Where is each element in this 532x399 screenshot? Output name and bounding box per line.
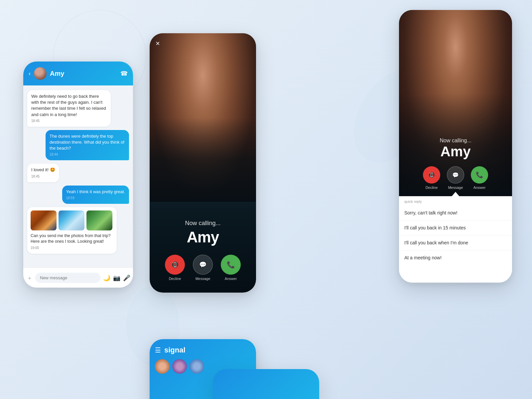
chat-body: We definitely need to go back there with… [23, 85, 133, 268]
quick-reply-item-3[interactable]: I'll call you back when I'm done [399, 235, 512, 250]
media-card: Can you send me the photos from that tri… [27, 207, 117, 254]
face-overlay [150, 118, 256, 202]
decline-button[interactable]: 📵 [165, 255, 185, 275]
qr-caller-name: Amy [399, 144, 512, 160]
signal-top-row: ☰ signal [155, 346, 251, 354]
message-time: 18:45 [31, 174, 55, 179]
message-bubble: The dunes were definitely the top destin… [46, 130, 129, 161]
message-row: We definitely need to go back there with… [27, 90, 129, 127]
phone-partial-bottom [213, 369, 319, 399]
phone-chat: ‹ Amy ☎ We definitely need to go back th… [23, 62, 133, 288]
qr-decline-label: Decline [426, 186, 438, 190]
message-time: 18:44 [50, 152, 125, 157]
message-text: I loved it! 🤩 [31, 167, 55, 172]
call-actions: 📵 Decline 💬 Message 📞 Answer [150, 255, 256, 281]
message-text: We definitely need to go back there with… [31, 94, 106, 117]
decline-label: Decline [169, 277, 181, 281]
qr-answer-label: Answer [473, 186, 486, 190]
decline-icon: 📵 [171, 261, 179, 269]
message-button[interactable]: 💬 [193, 255, 213, 275]
chat-input-bar: ＋ 🌙 📷 🎤 [23, 268, 133, 288]
message-icon: 💬 [199, 261, 206, 268]
caller-name: Amy [150, 228, 256, 246]
media-thumbnails [31, 210, 113, 230]
phone-quickreply: Now calling... Amy 📵 Decline 💬 Message 📞 [399, 10, 512, 283]
call-icon[interactable]: ☎ [120, 70, 128, 77]
quick-reply-item-1[interactable]: Sorry, can't talk right now! [399, 205, 512, 220]
call-background: × Now calling... Amy 📵 Decline 💬 Message [150, 33, 256, 293]
add-icon[interactable]: ＋ [27, 274, 33, 282]
message-button-wrap: 💬 Message [193, 255, 213, 281]
message-bubble: We definitely need to go back there with… [27, 90, 111, 127]
qr-answer-wrap: 📞 Answer [471, 166, 488, 190]
quick-reply-item-2[interactable]: I'll call you back in 15 minutes [399, 220, 512, 235]
thumbnail-2 [59, 210, 84, 230]
message-bubble: Yeah I think it was pretty great. 18:59 [62, 186, 129, 204]
qr-call-status: Now calling... [399, 138, 512, 144]
qr-message-wrap: 💬 Message [447, 166, 464, 190]
quick-reply-item-4[interactable]: At a meeting now! [399, 250, 512, 265]
qr-message-label: Message [448, 186, 463, 190]
signal-avatar-3 [190, 359, 204, 374]
quick-reply-label: Quick reply [399, 200, 512, 205]
caller-photo [150, 33, 256, 202]
close-button[interactable]: × [156, 39, 160, 48]
thumbnail-3 [86, 210, 112, 230]
message-row: The dunes were definitely the top destin… [27, 130, 129, 161]
qr-call-actions: 📵 Decline 💬 Message 📞 Answer [399, 166, 512, 190]
qr-decline-icon: 📵 [428, 171, 435, 179]
chat-header: ‹ Amy ☎ [23, 62, 133, 85]
answer-icon: 📞 [227, 261, 235, 269]
message-row: Yeah I think it was pretty great. 18:59 [27, 186, 129, 204]
camera-icon[interactable]: 📷 [113, 274, 120, 282]
call-info: Now calling... Amy [150, 220, 256, 246]
qr-answer-icon: 📞 [476, 171, 483, 179]
qr-answer-button[interactable]: 📞 [471, 166, 488, 184]
contact-name: Amy [50, 70, 117, 77]
quick-reply-section: Quick reply Sorry, can't talk right now!… [399, 196, 512, 283]
menu-icon[interactable]: ☰ [155, 346, 161, 354]
triangle-indicator [452, 192, 460, 196]
qr-decline-wrap: 📵 Decline [423, 166, 440, 190]
media-message-text: Can you send me the photos from that tri… [31, 233, 113, 250]
avatar-image [34, 67, 47, 80]
message-text: Yeah I think it was pretty great. [66, 189, 125, 194]
signal-logo: signal [164, 346, 186, 354]
answer-button[interactable]: 📞 [221, 255, 241, 275]
message-time: 18:59 [66, 196, 125, 200]
message-input[interactable] [35, 273, 100, 283]
message-bubble: I loved it! 🤩 18:45 [27, 164, 59, 182]
back-button[interactable]: ‹ [29, 70, 31, 77]
qr-decline-button[interactable]: 📵 [423, 166, 440, 184]
avatar [34, 67, 47, 80]
mic-icon[interactable]: 🎤 [123, 274, 130, 282]
message-row: I loved it! 🤩 18:45 [27, 164, 129, 182]
qr-message-button[interactable]: 💬 [447, 166, 464, 184]
call-status: Now calling... [150, 220, 256, 227]
message-label: Message [196, 277, 210, 281]
qr-call-info: Now calling... Amy [399, 138, 512, 160]
thumbnail-1 [31, 210, 57, 230]
qr-message-icon: 💬 [452, 172, 459, 178]
signal-avatar-2 [172, 359, 187, 374]
answer-label: Answer [225, 277, 237, 281]
message-text: The dunes were definitely the top destin… [50, 134, 124, 151]
qr-call-section: Now calling... Amy 📵 Decline 💬 Message 📞 [399, 10, 512, 196]
emoji-icon[interactable]: 🌙 [103, 274, 110, 282]
answer-button-wrap: 📞 Answer [221, 255, 241, 281]
decline-button-wrap: 📵 Decline [165, 255, 185, 281]
phone-incoming-call: × Now calling... Amy 📵 Decline 💬 Message [150, 33, 256, 293]
signal-avatar-1 [155, 359, 170, 374]
media-time: 19:00 [31, 246, 113, 250]
message-time: 18:45 [31, 119, 107, 123]
